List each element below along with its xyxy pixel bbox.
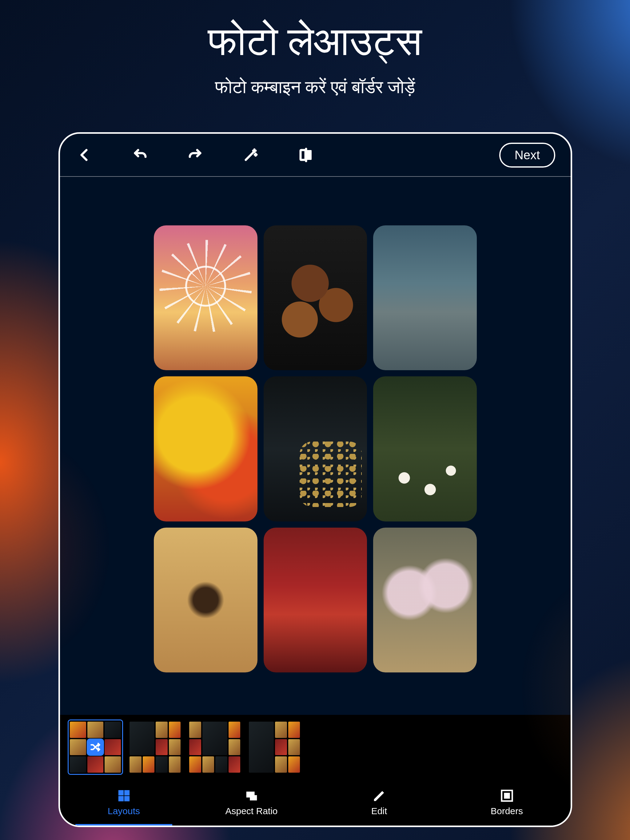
top-toolbar: Next xyxy=(60,134,571,177)
shuffle-icon xyxy=(87,739,104,756)
layout-option-1[interactable] xyxy=(128,720,182,774)
layout-options-strip xyxy=(60,715,571,779)
edit-icon xyxy=(372,789,386,803)
tab-label: Edit xyxy=(371,806,387,816)
layout-option-0[interactable] xyxy=(69,720,122,774)
svg-rect-4 xyxy=(124,791,129,795)
undo-icon[interactable] xyxy=(131,146,149,164)
svg-rect-10 xyxy=(504,793,510,799)
bottom-tab-bar: Layouts Aspect Ratio Edit Borders xyxy=(60,779,571,826)
tab-aspect-ratio[interactable]: Aspect Ratio xyxy=(188,779,315,826)
device-frame: Next xyxy=(59,132,572,827)
tab-label: Borders xyxy=(491,806,523,816)
compare-icon[interactable] xyxy=(297,146,315,164)
collage-tile[interactable] xyxy=(264,376,367,521)
collage-tile[interactable] xyxy=(154,225,258,370)
collage-grid xyxy=(154,225,477,673)
back-arrow-icon[interactable] xyxy=(75,146,94,164)
tab-edit[interactable]: Edit xyxy=(315,779,443,826)
svg-rect-5 xyxy=(119,796,123,801)
collage-tile[interactable] xyxy=(264,225,367,370)
svg-rect-0 xyxy=(301,150,306,160)
svg-rect-6 xyxy=(124,796,129,801)
collage-tile[interactable] xyxy=(373,376,477,521)
page-subtitle: फोटो कम्बाइन करें एवं बॉर्डर जोड़ें xyxy=(0,77,630,98)
magic-wand-icon[interactable] xyxy=(242,146,260,164)
layout-option-2[interactable] xyxy=(188,720,242,774)
tab-borders[interactable]: Borders xyxy=(443,779,571,826)
svg-rect-8 xyxy=(250,795,257,801)
tab-label: Aspect Ratio xyxy=(225,806,277,816)
layout-option-3[interactable] xyxy=(248,720,301,774)
borders-icon xyxy=(500,789,514,803)
next-button[interactable]: Next xyxy=(499,143,555,167)
aspect-ratio-icon xyxy=(245,789,259,803)
collage-tile[interactable] xyxy=(154,527,258,673)
svg-rect-3 xyxy=(119,791,123,795)
collage-canvas xyxy=(60,183,571,715)
svg-rect-1 xyxy=(307,150,312,160)
collage-tile[interactable] xyxy=(264,527,367,673)
layouts-icon xyxy=(117,789,131,803)
collage-tile[interactable] xyxy=(373,225,477,370)
page-title: फोटो लेआउट्स xyxy=(0,19,630,65)
tab-label: Layouts xyxy=(108,806,140,816)
tab-layouts[interactable]: Layouts xyxy=(60,779,188,826)
collage-tile[interactable] xyxy=(373,527,477,673)
redo-icon[interactable] xyxy=(186,146,204,164)
collage-tile[interactable] xyxy=(154,376,258,521)
